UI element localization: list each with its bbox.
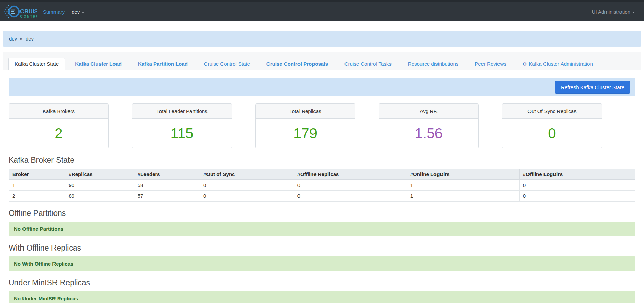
cell-leaders: 58	[134, 180, 200, 191]
column-header: Broker	[9, 169, 65, 180]
stat-card-out-of-sync-replicas: Out Of Sync Replicas 0	[502, 103, 602, 148]
svg-text:CRUISE: CRUISE	[20, 8, 37, 15]
table-header-row: Broker #Replicas #Leaders #Out of Sync #…	[9, 169, 635, 180]
tab-cruise-control-state[interactable]: Cruise Control State	[198, 58, 257, 70]
tab-cruise-control-proposals[interactable]: Cruise Control Proposals	[260, 58, 335, 70]
stat-card-total-replicas: Total Replicas 179	[255, 103, 355, 148]
column-header: #Leaders	[134, 169, 200, 180]
nav-cluster-dropdown[interactable]: dev	[72, 9, 85, 15]
stat-card-value: 1.56	[415, 125, 443, 142]
cell-online-logdirs: 1	[407, 191, 519, 202]
cruise-control-logo-icon: CRUISE CONTROL	[3, 4, 37, 19]
stat-card-value: 2	[55, 125, 62, 142]
cell-offline-replicas: 0	[294, 180, 407, 191]
column-header: #Offline Replicas	[294, 169, 407, 180]
stat-card-total-leader-partitions: Total Leader Partitions 115	[132, 103, 232, 148]
main-panel: Kafka Cluster State Kafka Cluster Load K…	[3, 52, 641, 303]
offline-partitions-alert: No Offline Partitions	[9, 222, 635, 236]
stat-card-value: 0	[548, 125, 556, 142]
column-header: #Online LogDirs	[407, 169, 519, 180]
stat-card-title: Total Leader Partitions	[132, 104, 232, 119]
cell-online-logdirs: 1	[407, 180, 519, 191]
cell-offline-logdirs: 0	[519, 191, 635, 202]
tab-kafka-cluster-state[interactable]: Kafka Cluster State	[8, 58, 65, 70]
refresh-toolbar: Refresh Kafka Cluster State	[9, 78, 635, 96]
tab-resource-distributions[interactable]: Resource distributions	[401, 58, 465, 70]
tab-cruise-control-tasks[interactable]: Cruise Control Tasks	[338, 58, 398, 70]
cell-out-of-sync: 0	[200, 180, 294, 191]
cell-replicas: 89	[65, 191, 134, 202]
breadcrumb-group-link[interactable]: dev	[9, 36, 17, 42]
column-header: #Out of Sync	[200, 169, 294, 180]
svg-text:CONTROL: CONTROL	[20, 15, 38, 18]
cell-broker: 1	[9, 180, 65, 191]
stat-card-value: 179	[293, 125, 317, 142]
refresh-kafka-cluster-state-button[interactable]: Refresh Kafka Cluster State	[555, 81, 630, 94]
with-offline-replicas-heading: With Offline Replicas	[9, 243, 635, 253]
breadcrumb-separator: »	[20, 36, 22, 42]
nav-summary-link[interactable]: Summary	[43, 9, 65, 15]
cell-offline-logdirs: 0	[519, 180, 635, 191]
top-navbar: CRUISE CONTROL Summary dev UI Administra…	[0, 0, 644, 21]
stat-card-title: Out Of Sync Replicas	[502, 104, 602, 119]
tab-kafka-cluster-administration[interactable]: Kafka Cluster Administration	[516, 58, 599, 70]
column-header: #Offline LogDirs	[519, 169, 635, 180]
tab-content: Refresh Kafka Cluster State Kafka Broker…	[3, 70, 641, 303]
breadcrumb: dev » dev	[3, 31, 641, 47]
cluster-stat-cards: Kafka Brokers 2 Total Leader Partitions …	[9, 103, 602, 148]
tab-bar: Kafka Cluster State Kafka Cluster Load K…	[3, 52, 641, 70]
cell-replicas: 90	[65, 180, 134, 191]
cell-offline-replicas: 0	[294, 191, 407, 202]
nav-ui-administration-dropdown[interactable]: UI Administration	[592, 9, 635, 15]
chevron-down-icon	[82, 12, 85, 13]
table-row: 1 90 58 0 0 1 0	[9, 180, 635, 191]
tab-peer-reviews[interactable]: Peer Reviews	[468, 58, 513, 70]
cruise-control-logo[interactable]: CRUISE CONTROL	[3, 4, 37, 19]
breadcrumb-cluster-link[interactable]: dev	[26, 36, 34, 42]
cell-out-of-sync: 0	[200, 191, 294, 202]
kafka-broker-state-table: Broker #Replicas #Leaders #Out of Sync #…	[9, 169, 635, 202]
cell-broker: 2	[9, 191, 65, 202]
table-row: 2 89 57 0 0 1 0	[9, 191, 635, 202]
tab-kafka-partition-load[interactable]: Kafka Partition Load	[132, 58, 194, 70]
gear-icon	[523, 61, 529, 67]
offline-partitions-heading: Offline Partitions	[9, 209, 635, 218]
kafka-broker-state-heading: Kafka Broker State	[9, 156, 635, 165]
cell-leaders: 57	[134, 191, 200, 202]
stat-card-value: 115	[171, 125, 194, 142]
chevron-down-icon	[632, 12, 635, 13]
stat-card-title: Kafka Brokers	[9, 104, 108, 119]
column-header: #Replicas	[65, 169, 134, 180]
stat-card-title: Total Replicas	[256, 104, 355, 119]
tab-kafka-cluster-load[interactable]: Kafka Cluster Load	[68, 58, 128, 70]
stat-card-avg-rf: Avg RF. 1.56	[379, 103, 479, 148]
stat-card-title: Avg RF.	[379, 104, 478, 119]
under-minisr-replicas-alert: No Under MinISR Replicas	[9, 291, 635, 303]
stat-card-kafka-brokers: Kafka Brokers 2	[9, 103, 109, 148]
with-offline-replicas-alert: No With Offline Replicas	[9, 256, 635, 271]
under-minisr-replicas-heading: Under MinISR Replicas	[9, 278, 635, 287]
